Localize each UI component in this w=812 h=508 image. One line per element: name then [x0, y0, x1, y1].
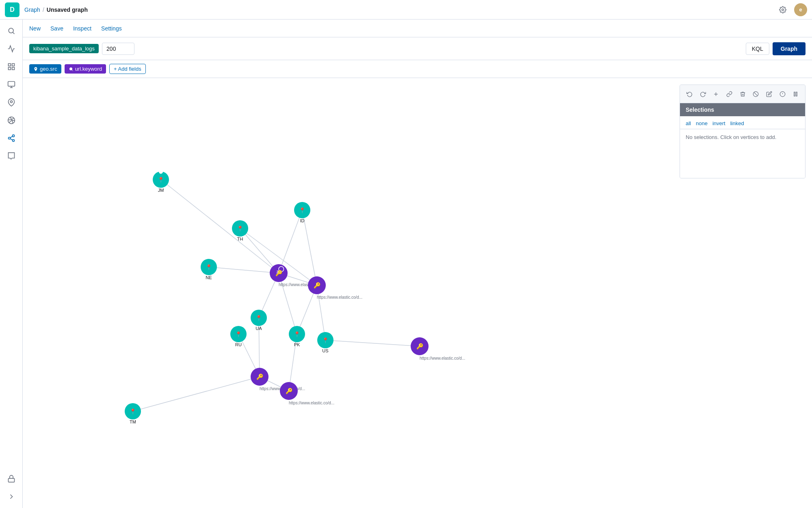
svg-rect-3 [12, 64, 14, 66]
sel-tab-all[interactable]: all [686, 119, 694, 127]
svg-point-1 [9, 28, 13, 33]
kql-button[interactable]: KQL [746, 43, 769, 55]
index-badge[interactable]: kibana_sample_data_logs [29, 44, 99, 53]
sidebar-item-discover[interactable] [3, 23, 19, 39]
undo-btn[interactable] [683, 87, 696, 100]
redo-btn[interactable] [697, 87, 709, 100]
svg-point-9 [10, 101, 12, 103]
sidebar-item-arrow[interactable] [3, 488, 19, 505]
sidebar-item-maps[interactable] [3, 94, 19, 111]
sidebar-item-dashboard[interactable] [3, 59, 19, 75]
delete-btn[interactable] [736, 87, 749, 100]
graph-button[interactable]: Graph [773, 42, 806, 55]
sidebar-item-uptime[interactable] [3, 148, 19, 164]
info-btn[interactable] [776, 87, 789, 100]
sel-tab-linked[interactable]: linked [730, 119, 747, 127]
selections-header: Selections [680, 103, 805, 116]
sidebar-item-canvas[interactable] [3, 76, 19, 93]
svg-rect-4 [12, 67, 14, 70]
url-keyword-tag[interactable]: url.keyword [65, 64, 106, 74]
top-bar: D Graph / Unsaved graph e [0, 0, 812, 20]
toolbar: kibana_sample_data_logs KQL Graph [23, 37, 812, 60]
expand-btn[interactable] [710, 87, 722, 100]
count-input[interactable] [102, 43, 134, 55]
svg-point-13 [12, 139, 14, 141]
geo-label-JM: JM [158, 188, 164, 193]
svg-line-20 [279, 210, 302, 273]
breadcrumb-sep: / [43, 7, 44, 13]
svg-point-17 [69, 67, 72, 70]
key-icon-4: 🔑 [286, 388, 293, 395]
url-label-2: https://www.elastic.co/d... [317, 295, 362, 300]
nav-bar: New Save Inspect Settings [23, 20, 812, 37]
svg-rect-42 [794, 92, 795, 96]
svg-line-32 [325, 340, 420, 346]
geo-label-UA: UA [256, 326, 262, 331]
block-btn[interactable] [749, 87, 762, 100]
svg-rect-2 [8, 64, 11, 66]
link-btn[interactable] [723, 87, 736, 100]
sidebar-item-graph[interactable] [3, 130, 19, 146]
key-icon-1: 🔑 [275, 270, 283, 277]
geo-label-NE: NE [206, 275, 212, 280]
add-fields-tag[interactable]: + Add fields [109, 64, 146, 74]
pin-icon-TM: 📍 [130, 408, 136, 415]
sel-tab-invert[interactable]: invert [712, 119, 729, 127]
content-area: New Save Inspect Settings kibana_sample_… [23, 20, 812, 508]
nav-new[interactable]: New [29, 24, 41, 33]
svg-rect-16 [8, 478, 14, 482]
geo-icon [33, 67, 38, 72]
nav-save[interactable]: Save [50, 24, 63, 33]
svg-point-11 [12, 135, 14, 137]
pin-icon-US: 📍 [322, 337, 329, 344]
pin-icon-TH: 📍 [237, 225, 244, 232]
settings-icon-btn[interactable] [776, 3, 789, 16]
graph-panel: Selections all none invert linked No sel… [680, 85, 806, 178]
nav-settings[interactable]: Settings [101, 24, 122, 33]
pin-icon-JM: 📍 [158, 176, 165, 183]
sidebar-item-security[interactable] [3, 471, 19, 487]
geo-label-ID: ID [300, 218, 305, 223]
svg-line-22 [209, 267, 279, 273]
nav-inspect[interactable]: Inspect [73, 24, 91, 33]
url-icon [69, 67, 74, 72]
fields-bar: geo.src url.keyword + Add fields [23, 60, 812, 78]
geo-label-TH: TH [237, 237, 243, 241]
breadcrumb: Graph / Unsaved graph [24, 7, 771, 13]
user-avatar[interactable]: e [794, 3, 807, 16]
graph-area[interactable]: https://www.elastic.co/d... https://www.… [23, 78, 812, 508]
url-label-4: https://www.elastic.co/d... [289, 401, 334, 405]
sidebar-item-ml[interactable] [3, 112, 19, 128]
key-icon-5: 🔑 [416, 343, 424, 350]
selections-tabs: all none invert linked [680, 116, 805, 129]
svg-point-0 [782, 9, 784, 11]
svg-line-18 [161, 180, 279, 273]
main-layout: New Save Inspect Settings kibana_sample_… [0, 20, 812, 508]
svg-rect-43 [796, 92, 797, 96]
geo-label-TM: TM [130, 419, 136, 424]
sel-tab-none[interactable]: none [696, 119, 711, 127]
app-logo[interactable]: D [5, 2, 19, 17]
pin-icon-PK: 📍 [294, 331, 301, 338]
breadcrumb-parent[interactable]: Graph [24, 7, 40, 13]
selections-body: No selections. Click on vertices to add. [680, 129, 805, 178]
svg-line-33 [133, 377, 260, 411]
pause-btn[interactable] [789, 87, 802, 100]
left-sidebar [0, 20, 23, 508]
geo-label-PK: PK [294, 342, 300, 347]
pin-icon-UA: 📍 [256, 315, 262, 321]
svg-line-15 [10, 136, 13, 137]
top-bar-icons: e [776, 3, 807, 16]
sidebar-item-visualize[interactable] [3, 41, 19, 57]
svg-rect-5 [8, 67, 11, 70]
pin-icon-ID: 📍 [299, 207, 306, 214]
pin-icon-RU: 📍 [235, 331, 242, 338]
edit-btn[interactable] [763, 87, 775, 100]
key-icon-3: 🔑 [256, 373, 264, 380]
graph-toolbar-row [680, 85, 805, 103]
url-label-5: https://www.elastic.co/d... [420, 356, 465, 360]
svg-rect-6 [8, 82, 15, 87]
geo-label-US: US [322, 348, 328, 353]
geo-src-tag[interactable]: geo.src [29, 64, 61, 74]
key-icon-2: 🔑 [314, 282, 321, 289]
